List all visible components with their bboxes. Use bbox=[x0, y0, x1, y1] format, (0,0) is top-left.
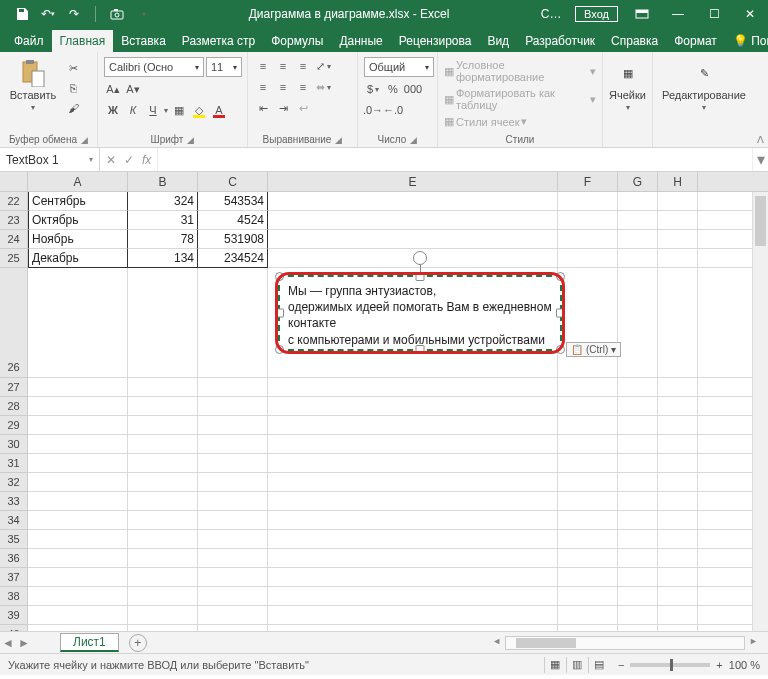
italic-button[interactable]: К bbox=[124, 101, 142, 119]
paste-button[interactable]: Вставить ▾ bbox=[6, 55, 60, 112]
cell-E39[interactable] bbox=[268, 606, 558, 625]
cell-G40[interactable] bbox=[618, 625, 658, 631]
cell-G38[interactable] bbox=[618, 587, 658, 606]
zoom-control[interactable]: − + 100 % bbox=[618, 659, 760, 671]
cell-F32[interactable] bbox=[558, 473, 618, 492]
cell-B27[interactable] bbox=[128, 378, 198, 397]
cell-F40[interactable] bbox=[558, 625, 618, 631]
cell-B34[interactable] bbox=[128, 511, 198, 530]
align-bottom-icon[interactable]: ≡ bbox=[294, 57, 312, 75]
cell-H35[interactable] bbox=[658, 530, 698, 549]
add-sheet-button[interactable]: + bbox=[129, 634, 147, 652]
collapse-ribbon-icon[interactable]: ᐱ bbox=[757, 134, 764, 145]
resize-handle-w[interactable] bbox=[275, 309, 284, 318]
copy-icon[interactable]: ⎘ bbox=[64, 79, 82, 97]
cell-F39[interactable] bbox=[558, 606, 618, 625]
cell-E28[interactable] bbox=[268, 397, 558, 416]
cell-E32[interactable] bbox=[268, 473, 558, 492]
cell-C34[interactable] bbox=[198, 511, 268, 530]
cell-E36[interactable] bbox=[268, 549, 558, 568]
cell-A23[interactable]: Октябрь bbox=[28, 211, 128, 230]
resize-handle-se[interactable] bbox=[556, 345, 565, 354]
increase-font-icon[interactable]: A▴ bbox=[104, 80, 122, 98]
cell-H25[interactable] bbox=[658, 249, 698, 268]
cell-B29[interactable] bbox=[128, 416, 198, 435]
cell-B23[interactable]: 31 bbox=[128, 211, 198, 230]
cell-G23[interactable] bbox=[618, 211, 658, 230]
undo-icon[interactable]: ↶▾ bbox=[40, 6, 56, 22]
row-header-39[interactable]: 39 bbox=[0, 606, 28, 625]
minimize-button[interactable]: — bbox=[660, 0, 696, 28]
row-header-29[interactable]: 29 bbox=[0, 416, 28, 435]
cell-C25[interactable]: 234524 bbox=[198, 249, 268, 268]
align-top-icon[interactable]: ≡ bbox=[254, 57, 272, 75]
cell-C26[interactable] bbox=[198, 268, 268, 378]
row-header-24[interactable]: 24 bbox=[0, 230, 28, 249]
cell-E29[interactable] bbox=[268, 416, 558, 435]
ribbon-display-icon[interactable] bbox=[624, 0, 660, 28]
tab-data[interactable]: Данные bbox=[331, 30, 390, 52]
row-header-32[interactable]: 32 bbox=[0, 473, 28, 492]
tab-developer[interactable]: Разработчик bbox=[517, 30, 603, 52]
cell-C37[interactable] bbox=[198, 568, 268, 587]
row-header-38[interactable]: 38 bbox=[0, 587, 28, 606]
textbox-content[interactable]: Мы — группа энтузиастов, одержимых идеей… bbox=[280, 277, 560, 354]
cell-A28[interactable] bbox=[28, 397, 128, 416]
page-break-view-icon[interactable]: ▤ bbox=[588, 657, 610, 673]
cell-F23[interactable] bbox=[558, 211, 618, 230]
cell-H28[interactable] bbox=[658, 397, 698, 416]
cell-A22[interactable]: Сентябрь bbox=[28, 192, 128, 211]
font-name-combo[interactable]: Calibri (Осно▾ bbox=[104, 57, 204, 77]
cell-F37[interactable] bbox=[558, 568, 618, 587]
cell-C40[interactable] bbox=[198, 625, 268, 631]
login-button[interactable]: Вход bbox=[575, 6, 618, 22]
cell-F35[interactable] bbox=[558, 530, 618, 549]
fx-icon[interactable]: fx bbox=[142, 153, 151, 167]
cell-C23[interactable]: 4524 bbox=[198, 211, 268, 230]
decrease-font-icon[interactable]: A▾ bbox=[124, 80, 142, 98]
cell-E35[interactable] bbox=[268, 530, 558, 549]
cell-B35[interactable] bbox=[128, 530, 198, 549]
cell-H27[interactable] bbox=[658, 378, 698, 397]
format-painter-icon[interactable]: 🖌 bbox=[64, 99, 82, 117]
tab-page-layout[interactable]: Разметка стр bbox=[174, 30, 263, 52]
cell-A35[interactable] bbox=[28, 530, 128, 549]
select-all-corner[interactable] bbox=[0, 172, 28, 191]
cell-B37[interactable] bbox=[128, 568, 198, 587]
cell-F22[interactable] bbox=[558, 192, 618, 211]
cell-F25[interactable] bbox=[558, 249, 618, 268]
sheet-tab-active[interactable]: Лист1 bbox=[60, 633, 119, 652]
cell-G26[interactable] bbox=[618, 268, 658, 378]
row-header-23[interactable]: 23 bbox=[0, 211, 28, 230]
cell-F30[interactable] bbox=[558, 435, 618, 454]
cell-F38[interactable] bbox=[558, 587, 618, 606]
cell-G28[interactable] bbox=[618, 397, 658, 416]
row-header-25[interactable]: 25 bbox=[0, 249, 28, 268]
cell-H39[interactable] bbox=[658, 606, 698, 625]
cell-E33[interactable] bbox=[268, 492, 558, 511]
fill-color-icon[interactable]: ◇ bbox=[190, 101, 208, 119]
cell-G39[interactable] bbox=[618, 606, 658, 625]
tab-help[interactable]: Справка bbox=[603, 30, 666, 52]
tab-insert[interactable]: Вставка bbox=[113, 30, 174, 52]
col-header-C[interactable]: C bbox=[198, 172, 268, 191]
zoom-out-icon[interactable]: − bbox=[618, 659, 624, 671]
cell-H22[interactable] bbox=[658, 192, 698, 211]
cell-C28[interactable] bbox=[198, 397, 268, 416]
row-header-37[interactable]: 37 bbox=[0, 568, 28, 587]
resize-handle-sw[interactable] bbox=[275, 345, 284, 354]
cell-B36[interactable] bbox=[128, 549, 198, 568]
cell-E30[interactable] bbox=[268, 435, 558, 454]
col-header-G[interactable]: G bbox=[618, 172, 658, 191]
align-left-icon[interactable]: ≡ bbox=[254, 78, 272, 96]
cell-H24[interactable] bbox=[658, 230, 698, 249]
cell-A27[interactable] bbox=[28, 378, 128, 397]
tab-formulas[interactable]: Формулы bbox=[263, 30, 331, 52]
cell-H23[interactable] bbox=[658, 211, 698, 230]
name-box[interactable]: TextBox 1▾ bbox=[0, 148, 100, 171]
row-header-35[interactable]: 35 bbox=[0, 530, 28, 549]
cell-A31[interactable] bbox=[28, 454, 128, 473]
align-center-icon[interactable]: ≡ bbox=[274, 78, 292, 96]
cell-G27[interactable] bbox=[618, 378, 658, 397]
cell-G31[interactable] bbox=[618, 454, 658, 473]
